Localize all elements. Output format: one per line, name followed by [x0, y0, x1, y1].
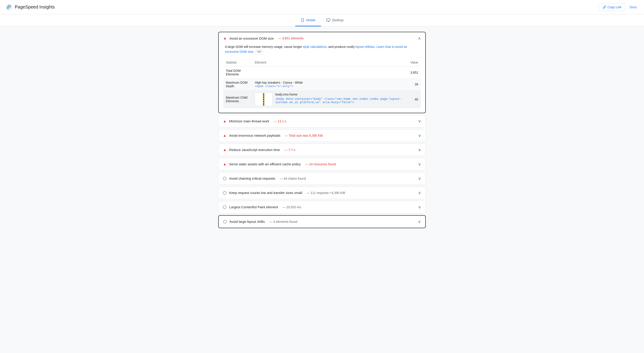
tab-mobile-label: Mobile [306, 18, 316, 22]
audit-value-main-thread: — 13.1 s [274, 119, 286, 123]
element-total [252, 67, 408, 78]
audit-header-js-execution[interactable]: ▲ Reduce JavaScript execution time — 7.7… [218, 144, 426, 156]
audit-header-request-counts[interactable]: Keep request counts low and transfer siz… [218, 187, 426, 199]
logo: PageSpeed Insights [5, 4, 55, 11]
audit-card-critical-requests: Avoid chaining critical requests — 44 ch… [218, 172, 426, 185]
audit-value-request-counts: — 111 requests • 6,395 KiB [306, 191, 345, 195]
audit-title-dom-size: Avoid an excessive DOM size [230, 37, 274, 40]
audit-card-main-thread: ▲ Minimize main-thread work — 13.1 s ∨ [218, 115, 426, 128]
link-icon [603, 5, 606, 9]
audit-value-js-execution: — 7.7 s [284, 148, 295, 152]
thumb-container: body.cms-home <body data-container="body… [255, 93, 405, 106]
logo-text: PageSpeed Insights [15, 5, 55, 10]
audit-title-request-counts: Keep request counts low and transfer siz… [229, 191, 302, 195]
element-text-children: body.cms-home [275, 93, 405, 96]
audit-header-lcp-element[interactable]: Largest Contentful Paint element — 20,92… [218, 201, 426, 213]
main-content: ▲ Avoid an excessive DOM size — 3,651 el… [215, 32, 429, 228]
chevron-down-request-counts: ∨ [418, 190, 421, 195]
svg-point-0 [6, 4, 12, 10]
header-actions: Copy Link Docs [599, 3, 639, 11]
audit-title-network-payloads: Avoid enormous network payloads [229, 134, 280, 137]
audit-value-lcp-element: — 20,920 ms [282, 205, 301, 209]
audit-value-dom-size: — 3,651 elements [278, 37, 304, 40]
value-children: 40 [408, 90, 421, 108]
audit-value-network-payloads: — Total size was 6,395 KiB [285, 134, 323, 137]
dom-size-table: Statistic Element Value Total DOM Elemen… [223, 58, 421, 108]
tab-mobile[interactable]: Mobile [295, 15, 321, 27]
chevron-down-main-thread: ∨ [418, 119, 421, 124]
error-icon-js-execution: ▲ [223, 148, 226, 152]
header: PageSpeed Insights Copy Link Docs [0, 0, 644, 14]
audit-title-layout-shifts: Avoid large layout shifts [230, 220, 265, 223]
desktop-icon [326, 18, 330, 22]
chevron-down-layout-shifts: ∨ [418, 219, 421, 224]
chevron-up-dom-size: ∧ [418, 36, 421, 41]
audit-header-network-payloads[interactable]: ▲ Avoid enormous network payloads — Tota… [218, 130, 426, 142]
table-row: Total DOM Elements 3,651 [223, 67, 421, 78]
audit-card-js-execution: ▲ Reduce JavaScript execution time — 7.7… [218, 144, 426, 156]
audit-card-network-payloads: ▲ Avoid enormous network payloads — Tota… [218, 129, 426, 142]
chevron-down-critical-requests: ∨ [418, 176, 421, 181]
thumb-stripe [263, 93, 264, 106]
error-icon-network-payloads: ▲ [223, 134, 226, 138]
mobile-icon [300, 18, 304, 22]
chevron-down-js-execution: ∨ [418, 147, 421, 152]
audit-title-cache-policy: Serve static assets with an efficient ca… [229, 162, 301, 166]
neutral-icon-layout-shifts [223, 220, 227, 223]
tab-desktop-label: Desktop [332, 18, 344, 22]
value-depth: 39 [408, 78, 421, 90]
link-layout-reflows[interactable]: layout reflows [356, 45, 375, 49]
thumbnail [255, 93, 272, 106]
audit-header-critical-requests[interactable]: Avoid chaining critical requests — 44 ch… [218, 172, 426, 185]
audit-card-request-counts: Keep request counts low and transfer siz… [218, 187, 426, 199]
chevron-down-cache-policy: ∨ [418, 162, 421, 167]
neutral-icon-critical-requests [223, 177, 226, 180]
table-row: Maximum DOM Depth High-top sneakers - Ca… [223, 78, 421, 90]
audit-body-dom-size: A large DOM will increase memory usage, … [219, 44, 425, 113]
element-code-children: <body data-container="body" class="cms-h… [275, 97, 405, 104]
neutral-icon-lcp-element [223, 205, 226, 209]
audit-description-dom-size: A large DOM will increase memory usage, … [223, 44, 421, 55]
neutral-icon-request-counts [223, 191, 226, 195]
chevron-down-lcp-element: ∨ [418, 205, 421, 210]
error-icon-main-thread: ▲ [223, 119, 226, 123]
audit-header-cache-policy[interactable]: ▲ Serve static assets with an efficient … [218, 158, 426, 170]
statistic-depth: Maximum DOM Depth [223, 78, 252, 90]
element-depth: High-top sneakers - Canva - White <span … [252, 78, 408, 90]
audit-header-layout-shifts[interactable]: Avoid large layout shifts — 4 elements f… [219, 216, 425, 228]
col-element: Element [252, 58, 408, 67]
svg-rect-3 [326, 19, 330, 21]
audit-header-dom-size[interactable]: ▲ Avoid an excessive DOM size — 3,651 el… [219, 32, 425, 44]
element-children: body.cms-home <body data-container="body… [252, 90, 408, 108]
statistic-children: Maximum ChildElements [223, 90, 252, 108]
audit-card-cache-policy: ▲ Serve static assets with an efficient … [218, 158, 426, 170]
audit-title-lcp-element: Largest Contentful Paint element [229, 205, 278, 209]
error-icon-dom-size: ▲ [223, 36, 227, 40]
tabs-bar: Mobile Desktop [0, 14, 644, 27]
value-total: 3,651 [408, 67, 421, 78]
audit-card-dom-size: ▲ Avoid an excessive DOM size — 3,651 el… [218, 32, 426, 113]
audit-title-js-execution: Reduce JavaScript execution time [229, 148, 280, 152]
psi-logo-icon [5, 4, 12, 11]
audit-value-cache-policy: — 24 resources found [305, 162, 336, 166]
statistic-total: Total DOM Elements [223, 67, 252, 78]
link-style-calculations[interactable]: style calculations [303, 45, 327, 49]
element-code-depth: <span class="sr-only"> [255, 84, 405, 88]
chevron-down-network-payloads: ∨ [418, 133, 421, 138]
audit-value-layout-shifts: — 4 elements found [269, 220, 297, 223]
col-value: Value [408, 58, 421, 67]
audit-value-critical-requests: — 44 chains found [280, 177, 306, 180]
audit-title-main-thread: Minimize main-thread work [229, 119, 269, 123]
tbt-badge: TBT [255, 50, 264, 55]
audit-title-critical-requests: Avoid chaining critical requests [229, 177, 275, 180]
element-info: body.cms-home <body data-container="body… [275, 93, 405, 104]
error-icon-cache-policy: ▲ [223, 162, 226, 166]
audit-card-lcp-element: Largest Contentful Paint element — 20,92… [218, 201, 426, 213]
audit-header-main-thread[interactable]: ▲ Minimize main-thread work — 13.1 s ∨ [218, 115, 426, 127]
docs-button[interactable]: Docs [628, 4, 639, 11]
copy-link-button[interactable]: Copy Link [599, 3, 625, 11]
copy-link-label: Copy Link [608, 5, 622, 9]
tab-desktop[interactable]: Desktop [321, 15, 349, 27]
table-row: Maximum ChildElements body.cms-home <bod… [223, 90, 421, 108]
audit-card-layout-shifts: Avoid large layout shifts — 4 elements f… [218, 215, 426, 228]
